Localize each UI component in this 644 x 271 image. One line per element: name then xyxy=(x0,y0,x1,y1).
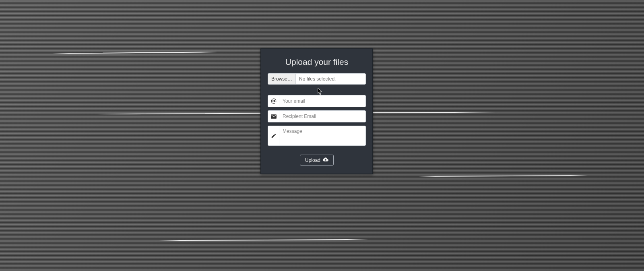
card-title: Upload your files xyxy=(268,57,366,67)
upload-card: Upload your files Browse… No files selec… xyxy=(260,48,373,174)
your-email-input[interactable] xyxy=(279,95,365,107)
recipient-email-input[interactable] xyxy=(279,111,365,122)
browse-button[interactable]: Browse… xyxy=(268,74,296,84)
recipient-email-row xyxy=(268,110,366,122)
file-picker[interactable]: Browse… No files selected. xyxy=(268,73,366,85)
decorative-streak xyxy=(52,52,217,54)
message-input[interactable] xyxy=(279,126,365,145)
cloud-upload-icon xyxy=(323,157,328,163)
file-status-text: No files selected. xyxy=(296,74,365,84)
upload-button-label: Upload xyxy=(305,157,320,163)
svg-point-0 xyxy=(272,100,275,102)
upload-button[interactable]: Upload xyxy=(300,155,334,165)
envelope-icon xyxy=(268,111,279,122)
pencil-icon xyxy=(268,126,279,145)
decorative-streak xyxy=(159,239,368,241)
at-icon xyxy=(268,95,279,107)
decorative-streak xyxy=(419,175,588,177)
message-row xyxy=(268,126,366,146)
your-email-row xyxy=(268,95,366,107)
